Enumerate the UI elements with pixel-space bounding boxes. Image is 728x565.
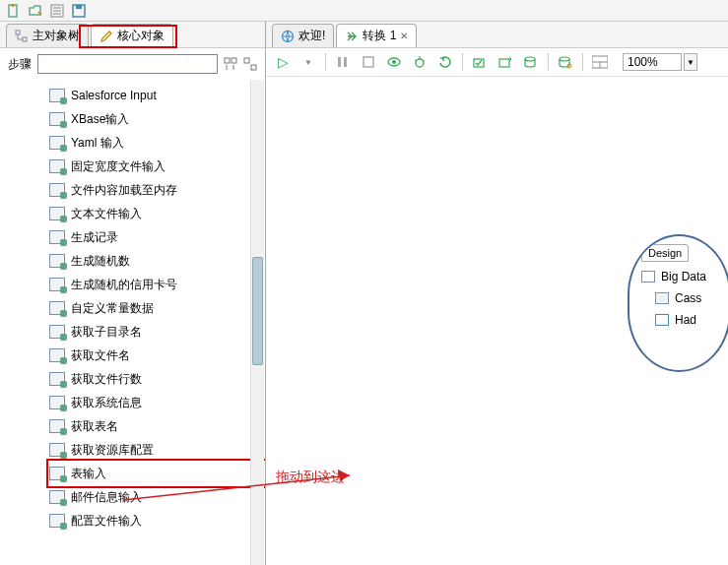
- separator: [462, 53, 463, 71]
- collapse-all-icon[interactable]: [243, 57, 257, 71]
- tree-item[interactable]: 获取子目录名: [49, 320, 265, 344]
- step-icon: [49, 254, 65, 268]
- tree-item[interactable]: Salesforce Input: [49, 84, 265, 107]
- step-icon: [49, 325, 65, 339]
- step-icon: [49, 207, 65, 220]
- open-file-icon[interactable]: [28, 3, 43, 19]
- canvas-area[interactable]: 拖动到这边 Design Big Data Cass Had: [266, 77, 728, 565]
- palette-item[interactable]: Big Data: [641, 266, 725, 287]
- impact-icon[interactable]: [496, 53, 514, 71]
- annotation-text: 拖动到这边: [276, 469, 345, 486]
- palette-item[interactable]: Cass: [641, 287, 725, 309]
- palette-bubble: Design Big Data Cass Had: [628, 234, 728, 372]
- new-file-icon[interactable]: [6, 3, 22, 19]
- tree-item[interactable]: 生成随机数: [49, 249, 265, 273]
- chevron-down-icon[interactable]: ▼: [299, 53, 317, 71]
- save-icon[interactable]: [71, 3, 87, 19]
- verify-icon[interactable]: [471, 53, 489, 71]
- left-panel: 主对象树 核心对象 步骤 Salesforce Input XBase输入 Ya…: [0, 22, 266, 565]
- h-icon: [655, 314, 669, 326]
- debug-icon[interactable]: [411, 53, 429, 71]
- svg-rect-14: [251, 65, 256, 70]
- separator: [548, 53, 549, 71]
- stop-icon[interactable]: [360, 53, 377, 71]
- tree-item[interactable]: 获取系统信息: [49, 391, 265, 414]
- tree-item[interactable]: 文件内容加载至内存: [49, 178, 265, 202]
- tree-item[interactable]: 固定宽度文件输入: [49, 155, 265, 178]
- tree-item[interactable]: 获取文件行数: [49, 367, 265, 391]
- tab-label: 欢迎!: [298, 28, 325, 44]
- tree-item-table-input[interactable]: 表输入: [49, 462, 265, 485]
- transform-icon: [345, 30, 359, 43]
- preview-icon[interactable]: [385, 53, 403, 71]
- step-tree: Salesforce Input XBase输入 Yaml 输入 固定宽度文件输…: [0, 80, 265, 536]
- step-icon: [49, 278, 65, 291]
- tab-label: 转换 1: [363, 28, 396, 44]
- tab-main-tree[interactable]: 主对象树: [6, 24, 89, 47]
- tree-item[interactable]: XBase输入: [49, 107, 265, 131]
- step-icon: [49, 514, 65, 528]
- palette-tab-design[interactable]: Design: [641, 244, 689, 262]
- filter-row: 步骤: [0, 47, 265, 80]
- tab-welcome[interactable]: 欢迎!: [272, 24, 334, 47]
- pause-icon[interactable]: [334, 53, 352, 71]
- step-icon: [49, 230, 65, 244]
- svg-point-28: [560, 57, 569, 61]
- filter-label: 步骤: [8, 56, 32, 73]
- play-icon[interactable]: ▷: [274, 53, 292, 71]
- top-toolbar: [0, 0, 728, 22]
- separator: [582, 53, 583, 71]
- tree-item[interactable]: 配置文件输入: [49, 509, 265, 533]
- tab-transform-1[interactable]: 转换 1 ✕: [336, 24, 417, 47]
- step-icon: [49, 490, 65, 504]
- annotation-tab-highlight: [79, 25, 177, 48]
- filter-input[interactable]: [37, 54, 218, 74]
- expand-all-icon[interactable]: [224, 57, 237, 71]
- tree-item[interactable]: 文本文件输入: [49, 202, 265, 225]
- svg-rect-9: [225, 58, 230, 63]
- scrollbar-thumb[interactable]: [252, 257, 263, 365]
- replay-icon[interactable]: [436, 53, 454, 71]
- tree-item[interactable]: 获取文件名: [49, 344, 265, 367]
- step-icon: [49, 443, 65, 457]
- db-icon: [655, 292, 669, 304]
- tree-item[interactable]: 邮件信息输入: [49, 485, 265, 509]
- tree-scrollbar[interactable]: [250, 80, 264, 565]
- step-icon: [49, 301, 65, 315]
- svg-rect-8: [23, 37, 27, 41]
- tree-item[interactable]: 自定义常量数据: [49, 296, 265, 320]
- show-results-icon[interactable]: [591, 53, 609, 71]
- separator: [325, 53, 326, 71]
- tree-icon: [15, 30, 29, 43]
- svg-point-20: [392, 60, 396, 64]
- zoom-dropdown[interactable]: ▼: [684, 53, 697, 71]
- step-icon: [49, 467, 65, 480]
- globe-icon: [281, 30, 295, 43]
- sql-icon[interactable]: [522, 53, 540, 71]
- svg-rect-17: [344, 57, 347, 67]
- step-icon: [49, 396, 65, 409]
- zoom-input[interactable]: [623, 53, 682, 71]
- explore-db-icon[interactable]: [557, 53, 574, 71]
- svg-point-21: [416, 59, 424, 67]
- palette-item[interactable]: Had: [641, 309, 725, 331]
- close-icon[interactable]: ✕: [400, 31, 408, 41]
- tree-item[interactable]: 获取表名: [49, 414, 265, 438]
- svg-rect-10: [232, 58, 236, 63]
- tree-item[interactable]: Yaml 输入: [49, 131, 265, 155]
- svg-rect-18: [364, 57, 373, 67]
- editor-tabs: 欢迎! 转换 1 ✕: [266, 22, 728, 47]
- tree-item[interactable]: 生成记录: [49, 225, 265, 249]
- svg-rect-16: [338, 57, 341, 67]
- list-icon[interactable]: [49, 3, 65, 19]
- tab-label: 主对象树: [33, 28, 80, 44]
- editor-toolbar: ▷ ▼ ▼: [266, 47, 728, 77]
- step-icon: [49, 348, 65, 362]
- step-icon: [49, 183, 65, 197]
- tree-item[interactable]: 获取资源库配置: [49, 438, 265, 462]
- svg-rect-13: [244, 58, 249, 63]
- tree-item[interactable]: 生成随机的信用卡号: [49, 273, 265, 296]
- svg-rect-26: [499, 59, 509, 67]
- step-icon: [49, 112, 65, 126]
- step-icon: [49, 372, 65, 386]
